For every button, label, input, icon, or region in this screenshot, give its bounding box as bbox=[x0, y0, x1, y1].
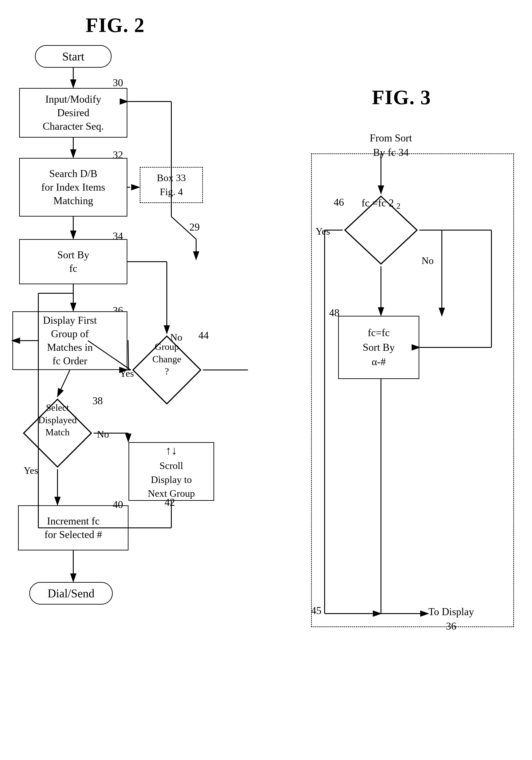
diamond-44 bbox=[131, 334, 203, 406]
fig3-title: FIG. 3 bbox=[372, 86, 431, 109]
yes-44-label: Yes bbox=[119, 368, 134, 379]
label-38: 38 bbox=[92, 395, 103, 407]
label-42: 42 bbox=[164, 496, 175, 508]
label-40: 40 bbox=[113, 499, 123, 510]
to-display-label: To Display 36 bbox=[428, 604, 474, 634]
yes-38-label: Yes bbox=[24, 465, 38, 476]
no-44-label: No bbox=[170, 332, 182, 343]
box-32: Search D/B for Index Items Matching bbox=[19, 158, 127, 216]
label-48: 48 bbox=[329, 307, 339, 319]
box-40: Increment fc for Selected # bbox=[18, 505, 128, 550]
yes-46-label: Yes bbox=[316, 226, 330, 237]
box-48: fc=fc Sort By α-# bbox=[338, 316, 419, 379]
diamond-46 bbox=[343, 194, 419, 266]
start-node: Start bbox=[35, 45, 111, 68]
box-34: Sort By fc bbox=[19, 239, 127, 284]
label-46: 46 bbox=[333, 196, 344, 208]
box-42: ↑↓ Scroll Display to Next Group bbox=[128, 442, 214, 501]
scroll-arrows-icon: ↑↓ bbox=[165, 442, 177, 459]
svg-marker-2 bbox=[345, 196, 417, 264]
diamond-38 bbox=[22, 397, 94, 469]
dial-send-node: Dial/Send bbox=[29, 582, 113, 604]
svg-line-10 bbox=[58, 370, 70, 397]
svg-marker-1 bbox=[133, 336, 200, 404]
label-29: 29 bbox=[189, 221, 200, 233]
label-45: 45 bbox=[311, 604, 322, 617]
no-38-label: No bbox=[97, 429, 109, 440]
svg-line-12 bbox=[128, 340, 128, 370]
svg-marker-0 bbox=[24, 399, 91, 467]
from-sort-label: From Sort By fc 34 bbox=[370, 131, 412, 160]
box-30: Input/Modify Desired Character Seq. bbox=[19, 88, 127, 138]
box-33: Box 33 Fig. 4 bbox=[140, 167, 203, 203]
label-44: 44 bbox=[199, 329, 209, 341]
no-46-label: No bbox=[421, 255, 434, 266]
label-30: 30 bbox=[113, 77, 123, 89]
box-36: Display First Group of Matches in fc Ord… bbox=[12, 311, 127, 370]
fig2-title: FIG. 2 bbox=[86, 14, 145, 37]
page: FIG. 2 FIG. 3 Start 30 Input/Modify Desi… bbox=[0, 0, 532, 760]
